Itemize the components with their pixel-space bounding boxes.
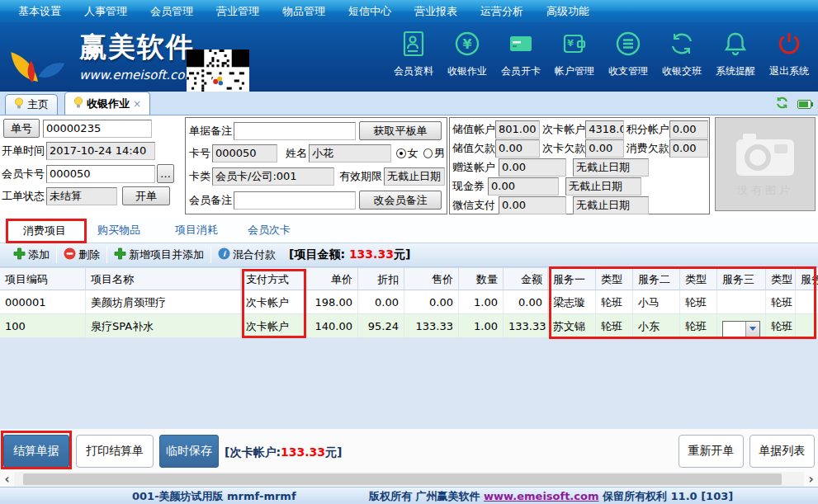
svg-text:¥: ¥ — [567, 38, 574, 49]
order-no-row: 单号 — [3, 119, 152, 138]
member-note-label: 会员备注 — [189, 193, 232, 208]
member-note-input[interactable] — [234, 191, 356, 210]
header-actions: 会员资料 ¥ 收银作业 会员开卡 ¥ 帐户管理 收支管理 收银交班 — [388, 29, 815, 78]
member-card-input[interactable] — [46, 165, 155, 183]
cell-server4 — [796, 314, 818, 337]
cell-unit-price: 198.00 — [305, 290, 358, 313]
tab-consume-items[interactable]: 消费项目 — [23, 224, 66, 238]
menu-advanced[interactable]: 高级功能 — [535, 0, 601, 22]
change-member-note-button[interactable]: 改会员备注 — [359, 191, 442, 210]
item-amount-value: 133.33 — [349, 247, 394, 261]
emeisoft-link[interactable]: www.emeisoft.com — [484, 490, 598, 502]
order-no-button[interactable]: 单号 — [3, 119, 40, 138]
col-header[interactable]: 单价 — [305, 268, 358, 290]
col-header[interactable]: 服务二 — [633, 268, 680, 290]
add-button[interactable]: 添加 — [7, 246, 56, 264]
menu-business[interactable]: 营业管理 — [205, 0, 271, 22]
col-header[interactable]: 售价 — [404, 268, 459, 290]
tab-cashier-label: 收银作业 — [87, 97, 130, 111]
scroll-right-icon[interactable]: › — [804, 472, 818, 487]
menu-sms[interactable]: 短信中心 — [337, 0, 403, 22]
consume-debt-label: 消费欠款 — [627, 141, 669, 156]
doc-note-label: 单据备注 — [189, 124, 232, 139]
menu-reports[interactable]: 营业报表 — [403, 0, 469, 22]
col-header[interactable]: 项目编码 — [0, 268, 86, 290]
col-header[interactable]: 数量 — [459, 268, 504, 290]
radio-female[interactable] — [396, 148, 405, 158]
cell-server3 — [717, 314, 766, 337]
action-shift-change[interactable]: 收银交班 — [656, 29, 707, 78]
card-name-row: 卡号 000050 姓名 小花 女 男 — [189, 144, 445, 163]
order-list-button[interactable]: 单据列表 — [749, 435, 815, 468]
accounts-row-4: 现金券 0.00 无截止日期 — [452, 177, 708, 195]
tab-cashier[interactable]: 收银作业 × — [64, 92, 150, 115]
radio-male[interactable] — [423, 148, 433, 158]
delete-button[interactable]: 删除 — [57, 246, 106, 264]
points-account-value: 0.00 — [669, 120, 708, 139]
col-header[interactable]: 服务三 — [717, 268, 766, 290]
table-row[interactable]: 100 泉疗SPA补水 次卡帐户 140.00 95.24 133.33 1.0… — [0, 314, 818, 338]
action-system-alert[interactable]: 系统提醒 — [710, 29, 761, 78]
col-header[interactable]: 项目名称 — [86, 268, 241, 290]
doc-note-input[interactable] — [234, 122, 356, 140]
print-settlement-button[interactable]: 打印结算单 — [76, 435, 154, 468]
cash-coupon-label: 现金券 — [452, 179, 485, 194]
action-label: 收银交班 — [662, 64, 702, 78]
menu-members[interactable]: 会员管理 — [139, 0, 205, 22]
col-header[interactable]: 类型 — [596, 268, 633, 290]
tab-close-icon[interactable]: × — [133, 98, 141, 110]
table-row[interactable]: 000001 美颜坊肩颈理疗 次卡帐户 198.00 0.00 0.00 1.0… — [0, 290, 818, 314]
col-header[interactable]: 金额 — [504, 268, 548, 290]
action-cashier[interactable]: ¥ 收银作业 — [442, 29, 493, 78]
cell-quantity: 1.00 — [459, 290, 504, 313]
get-tablet-order-button[interactable]: 获取平板单 — [359, 121, 442, 140]
member-card-label: 会员卡号 — [2, 167, 45, 181]
tab-item-usage[interactable]: 项目消耗 — [175, 223, 218, 238]
add-new-item-button[interactable]: 新增项目并添加 — [107, 246, 210, 264]
menu-hr[interactable]: 人事管理 — [73, 0, 139, 22]
col-header[interactable]: 服务一 — [548, 268, 596, 290]
add-label: 添加 — [28, 247, 50, 262]
action-label: 收支管理 — [608, 64, 648, 78]
battery-status-icon[interactable] — [797, 100, 811, 109]
action-open-card[interactable]: 会员开卡 — [495, 29, 546, 78]
scroll-left-icon[interactable]: ‹ — [0, 472, 14, 487]
settle-order-button[interactable]: 结算单据 — [3, 435, 69, 468]
footer-bar: 结算单据 打印结算单 临时保存 [次卡帐户:133.33元] 重新开单 单据列表 — [0, 429, 818, 472]
refresh-icon[interactable] — [775, 96, 789, 113]
stored-debt-label: 储值欠款 — [452, 141, 495, 156]
mixed-payment-button[interactable]: i 混合付款 — [211, 246, 282, 264]
action-member-info[interactable]: 会员资料 — [388, 29, 439, 78]
temp-save-button[interactable]: 临时保存 — [159, 435, 219, 468]
cell-amount: 133.33 — [504, 314, 548, 337]
col-header[interactable]: 折扣 — [358, 268, 404, 290]
order-no-input[interactable] — [43, 120, 152, 138]
scrollbar-thumb[interactable] — [23, 473, 782, 485]
action-account-mgmt[interactable]: ¥ 帐户管理 — [549, 29, 600, 78]
reopen-order-button[interactable]: 重新开单 — [679, 435, 744, 468]
col-header[interactable]: 类型 — [680, 268, 717, 290]
wechat-pay-label: 微信支付 — [452, 198, 495, 213]
open-order-button[interactable]: 开单 — [122, 186, 170, 205]
cell-item-name: 美颜坊肩颈理疗 — [86, 290, 241, 313]
tab-member-times-card[interactable]: 会员次卡 — [248, 223, 291, 238]
points-account-label: 积分帐户 — [627, 122, 669, 137]
menu-basic-settings[interactable]: 基本设置 — [7, 0, 73, 22]
horizontal-scrollbar[interactable]: ‹ › — [0, 472, 818, 487]
col-header[interactable]: 服务四 — [796, 268, 818, 290]
action-exit-system[interactable]: 退出系统 — [764, 29, 815, 78]
menu-analysis[interactable]: 运营分析 — [469, 0, 535, 22]
tab-buy-goods[interactable]: 购买物品 — [97, 223, 140, 238]
col-header[interactable]: 支付方式 — [241, 268, 305, 290]
document-tabstrip: 主页 收银作业 × — [0, 92, 818, 115]
menu-goods[interactable]: 物品管理 — [271, 0, 337, 22]
item-amount-summary: [项目金额: 133.33元] — [289, 247, 410, 262]
action-income-expense[interactable]: 收支管理 — [603, 29, 654, 78]
payment-amount-value: 133.33 — [281, 445, 325, 459]
tab-home[interactable]: 主页 — [5, 94, 58, 115]
col-header[interactable]: 类型 — [766, 268, 796, 290]
server3-dropdown[interactable] — [722, 321, 760, 337]
browse-button[interactable]: … — [157, 164, 174, 183]
male-label: 男 — [434, 146, 445, 161]
lightbulb-icon — [73, 97, 83, 111]
